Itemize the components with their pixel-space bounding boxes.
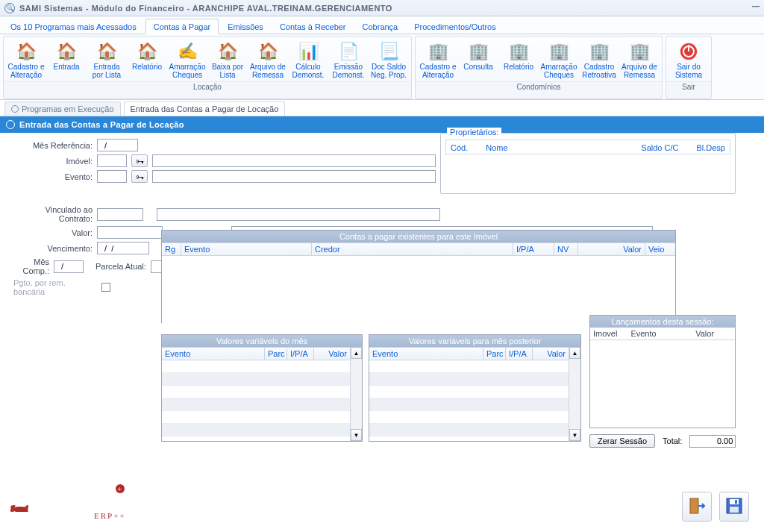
app-icon: 🔍 <box>4 3 15 13</box>
col-evento[interactable]: Evento <box>181 243 312 255</box>
evento-lookup-button[interactable]: 🗝 <box>131 170 148 183</box>
vinculado-desc-input[interactable] <box>157 208 440 221</box>
building-search-icon: 🏢 <box>466 40 490 63</box>
col-parc[interactable]: Parc <box>483 348 506 360</box>
page-title: Entrada das Contas a Pagar de Locação <box>19 120 184 129</box>
table-body[interactable] <box>162 360 350 441</box>
cond-retro-button[interactable]: 🏢Cadastro Retroativa <box>579 38 619 81</box>
vinculado-code-input[interactable] <box>97 208 143 221</box>
col-ipa[interactable]: I/P/A <box>506 348 533 360</box>
panel-body[interactable] <box>590 339 735 426</box>
calculo-demonst-button[interactable]: 📊Cálculo Demonst. <box>288 38 328 81</box>
scrollbar[interactable]: ▲ ▼ <box>350 347 362 441</box>
table-body[interactable] <box>162 256 675 323</box>
power-icon <box>677 40 701 63</box>
valores-mes-table: Valores variáveis do mês Evento Parc I/P… <box>161 334 363 442</box>
col-valor[interactable]: Valor <box>578 243 645 255</box>
page-header: Entrada das Contas a Pagar de Locação <box>0 116 764 133</box>
col-valor[interactable]: Valor <box>314 348 350 360</box>
window-title: SAMI Sistemas - Módulo do Financeiro - A… <box>19 4 392 13</box>
zerar-sessao-button[interactable]: Zerar Sessão <box>589 434 655 448</box>
cond-cadastro-button[interactable]: 🏢Cadastro e Alteração <box>418 38 458 81</box>
vencimento-label: Vencimento: <box>10 244 93 253</box>
subtab-entrada-contas[interactable]: Entrada das Contas a Pagar de Locação <box>124 101 286 116</box>
arquivo-remessa-button[interactable]: 🏠Arquivo de Remessa <box>248 38 288 81</box>
house-down-icon: 🏠 <box>216 40 239 63</box>
cond-remessa-button[interactable]: 🏢Arquivo de Remessa <box>619 38 660 81</box>
mes-comp-label: Mês Comp.: <box>10 257 49 275</box>
scroll-up-button[interactable]: ▲ <box>569 347 580 359</box>
col-parc[interactable]: Parc <box>265 348 287 360</box>
tab-emissoes[interactable]: Emissões <box>220 19 271 34</box>
cadastro-alteracao-button[interactable]: 🏠Cadastro e Alteração <box>6 38 46 81</box>
svg-text:+: + <box>117 484 122 493</box>
mes-comp-input[interactable] <box>54 260 84 273</box>
exit-button[interactable] <box>682 492 712 522</box>
col-nv[interactable]: NV <box>554 243 578 255</box>
scroll-up-button[interactable]: ▲ <box>351 347 362 359</box>
entrada-button[interactable]: 🏠Entrada <box>46 38 87 81</box>
imovel-lookup-button[interactable]: 🗝 <box>131 154 148 167</box>
tab-contas-pagar[interactable]: Contas à Pagar <box>145 19 219 34</box>
total-value <box>689 435 736 448</box>
key-icon: 🗝 <box>136 157 144 166</box>
col-valor[interactable]: Valor <box>533 348 569 360</box>
mes-ref-input[interactable] <box>97 139 138 151</box>
col-evento[interactable]: Evento <box>369 348 483 360</box>
house-file-icon: 🏠 <box>256 40 280 63</box>
evento-desc-input[interactable] <box>152 170 436 183</box>
ribbon-group-label: Condomínios <box>416 81 662 92</box>
building-cheque-icon: 🏢 <box>547 40 571 63</box>
entrada-lista-button[interactable]: 🏠Entrada por Lista <box>87 38 127 81</box>
ribbon-group-label: Locação <box>4 81 411 92</box>
baixa-lista-button[interactable]: 🏠Baixa por Lista <box>207 38 248 81</box>
tab-contas-receber[interactable]: Contas à Receber <box>272 19 354 34</box>
svg-rect-11 <box>735 500 737 504</box>
amarracao-cheques-button[interactable]: ✍️Amarração Cheques <box>167 38 207 81</box>
svg-rect-7 <box>690 498 698 513</box>
house-arrow-icon: 🏠 <box>54 40 78 63</box>
col-rg[interactable]: Rg <box>162 243 181 255</box>
cond-consulta-button[interactable]: 🏢Consulta <box>458 38 498 81</box>
house-edit-icon: 🏠 <box>14 40 38 63</box>
col-credor[interactable]: Credor <box>312 243 513 255</box>
col-ipa[interactable]: I/P/A <box>513 243 554 255</box>
minimize-button[interactable]: – <box>752 0 760 18</box>
table-body[interactable] <box>369 360 569 441</box>
panel-title: Lançamentos desta sessão: <box>590 316 735 328</box>
imovel-code-input[interactable] <box>97 154 127 167</box>
col-imovel: Imovel <box>593 329 617 338</box>
floppy-icon <box>724 496 744 517</box>
col-veio[interactable]: Veio <box>645 243 675 255</box>
relatorio-button[interactable]: 🏠Relatório <box>127 38 167 81</box>
pgto-checkbox[interactable] <box>101 283 110 292</box>
col-cod: Cód. <box>451 143 468 152</box>
evento-label: Evento: <box>10 172 93 181</box>
subtab-programas[interactable]: Programas em Execução <box>4 101 121 116</box>
building-edit-icon: 🏢 <box>426 40 450 63</box>
scroll-down-button[interactable]: ▼ <box>351 429 362 441</box>
col-ipa[interactable]: I/P/A <box>287 348 314 360</box>
tab-cobranca[interactable]: Cobrança <box>355 19 406 34</box>
vencimento-input[interactable] <box>97 242 149 254</box>
sair-sistema-button[interactable]: Sair do Sistema <box>668 38 709 81</box>
save-button[interactable] <box>719 492 749 522</box>
search-icon <box>6 120 15 129</box>
valor-input[interactable] <box>97 226 163 239</box>
tab-procedimentos[interactable]: Procedimentos/Outros <box>407 19 503 34</box>
scroll-down-button[interactable]: ▼ <box>569 429 580 441</box>
col-evento[interactable]: Evento <box>162 348 265 360</box>
scrollbar[interactable]: ▲ ▼ <box>569 347 580 441</box>
col-nome: Nome <box>486 143 623 152</box>
imovel-desc-input[interactable] <box>152 154 436 167</box>
ribbon: 🏠Cadastro e Alteração 🏠Entrada 🏠Entrada … <box>0 34 764 100</box>
doc-saldo-button[interactable]: 📃Doc Saldo Neg. Prop. <box>369 38 409 81</box>
emissao-demonst-button[interactable]: 📄Emissão Demonst. <box>328 38 369 81</box>
tab-programas[interactable]: Os 10 Programas mais Acessados <box>3 19 144 34</box>
house-list-icon: 🏠 <box>95 40 119 63</box>
table-title: Valores variáveis para mês posterior <box>369 335 580 347</box>
key-icon: 🗝 <box>136 172 144 181</box>
cond-relatorio-button[interactable]: 🏢Relatório <box>498 38 539 81</box>
cond-cheques-button[interactable]: 🏢Amarração Cheques <box>539 38 579 81</box>
evento-code-input[interactable] <box>97 170 127 183</box>
